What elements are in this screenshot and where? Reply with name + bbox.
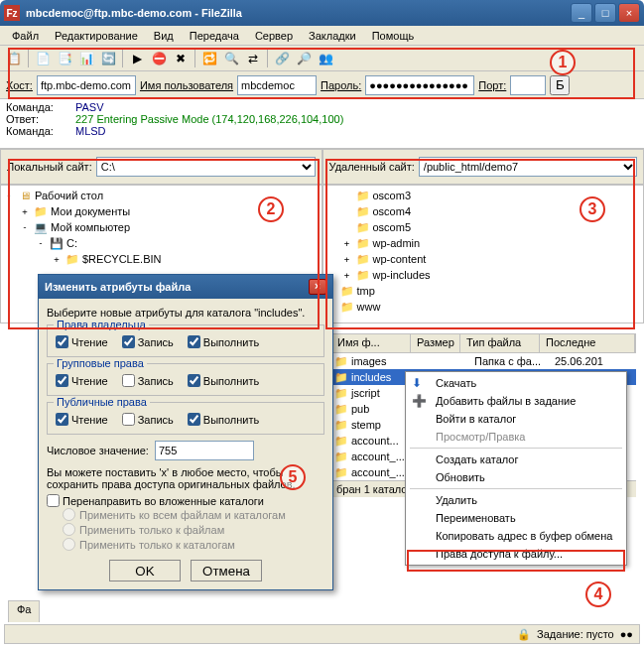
group-write-checkbox[interactable]: Запись	[122, 374, 174, 387]
tree-item[interactable]: +📁Мои документы	[3, 203, 320, 219]
tree-item[interactable]: -💾C:	[3, 235, 320, 251]
folder-icon: 📁	[334, 402, 348, 416]
menu-server[interactable]: Сервер	[247, 28, 301, 44]
tree-item[interactable]: 📁oscom4	[325, 203, 642, 219]
tree-item[interactable]: -💻Мой компьютер	[3, 219, 320, 235]
dialog-intro: Выберите новые атрибуты для каталога "in…	[47, 307, 324, 319]
titlebar: Fz mbcdemoc@ftp.mbc-demo.com - FileZilla…	[0, 0, 644, 26]
recurse-checkbox[interactable]: Перенаправить во вложенные каталоги	[47, 494, 324, 507]
tb-find-icon[interactable]: 🔎	[294, 49, 314, 68]
quickconnect-button[interactable]: Б	[550, 75, 570, 95]
remote-site-box: Удаленный сайт: /public_html/demo7	[322, 149, 645, 185]
tb-sync-icon[interactable]: 🔗	[272, 49, 292, 68]
folder-icon: 📁	[334, 418, 348, 432]
file-row[interactable]: 📁imagesПапка с фа...25.06.201	[330, 353, 636, 369]
host-input[interactable]	[37, 75, 136, 95]
remote-tree[interactable]: 📁oscom3 📁oscom4 📁oscom5+📁wp-admin+📁wp-co…	[322, 185, 645, 323]
folder-icon: 📁	[34, 204, 48, 218]
dialog-close-button[interactable]: ×	[309, 279, 326, 295]
ctx-mkdir[interactable]: Создать каталог	[408, 451, 624, 468]
ctx-perms[interactable]: Права доступа к файлу...	[408, 545, 624, 563]
group-read-checkbox[interactable]: Чтение	[56, 374, 108, 387]
public-exec-checkbox[interactable]: Выполнить	[188, 413, 259, 426]
close-button[interactable]: ×	[618, 3, 640, 23]
public-perms-group: Публичные права Чтение Запись Выполнить	[47, 402, 324, 435]
owner-perms-group: Права владельца Чтение Запись Выполнить	[47, 324, 324, 357]
pass-label: Пароль:	[321, 79, 361, 91]
tb-cancel-icon[interactable]: ⛔	[149, 49, 169, 68]
ok-button[interactable]: OK	[109, 560, 181, 581]
owner-write-checkbox[interactable]: Запись	[122, 335, 174, 348]
tree-item[interactable]: +📁wp-admin	[325, 235, 642, 251]
tb-compare-icon[interactable]: ⇄	[243, 49, 263, 68]
tb-queue-icon[interactable]: 📊	[76, 49, 96, 68]
tb-disconnect-icon[interactable]: ✖	[171, 49, 191, 68]
remote-site-select[interactable]: /public_html/demo7	[419, 157, 637, 177]
apply-all-radio: Применить ко всем файлам и каталогам	[47, 507, 324, 522]
folder-icon: 🖥	[18, 189, 32, 202]
tb-filter-icon[interactable]: 🔍	[221, 49, 241, 68]
owner-read-checkbox[interactable]: Чтение	[56, 335, 108, 348]
group-perms-group: Групповые права Чтение Запись Выполнить	[47, 363, 324, 396]
port-input[interactable]	[510, 75, 546, 95]
folder-icon: 📁	[356, 236, 370, 250]
group-exec-checkbox[interactable]: Выполнить	[188, 374, 259, 387]
tb-log-icon[interactable]: 📄	[33, 49, 53, 68]
tree-item[interactable]: 📁oscom3	[325, 188, 642, 203]
public-write-checkbox[interactable]: Запись	[122, 413, 174, 426]
folder-icon: 📁	[340, 300, 354, 314]
menu-help[interactable]: Помощь	[364, 28, 423, 44]
menu-edit[interactable]: Редактирование	[47, 28, 146, 44]
folder-icon: 📁	[334, 354, 348, 368]
tb-binoculars-icon[interactable]: 👥	[316, 49, 335, 68]
tab-fa[interactable]: Фа	[8, 600, 40, 622]
ctx-queue[interactable]: ➕Добавить файлы в задание	[408, 392, 624, 410]
owner-exec-checkbox[interactable]: Выполнить	[188, 335, 259, 348]
log-label: Команда:	[6, 101, 75, 113]
folder-icon: 📁	[356, 189, 370, 202]
remote-columns: Имя ф... Размер Тип файла Последне	[330, 333, 636, 353]
queue-status: Задание: пусто	[537, 628, 614, 640]
ctx-download[interactable]: ⬇Скачать	[408, 374, 624, 392]
tree-item[interactable]: +📁$RECYCLE.BIN	[3, 251, 320, 267]
tb-process-icon[interactable]: ▶	[127, 49, 147, 68]
apply-dirs-radio: Применить только к каталогам	[47, 537, 324, 552]
tb-refresh-icon[interactable]: 🔄	[98, 49, 118, 68]
tree-item[interactable]: -🖥Рабочий стол	[3, 188, 320, 203]
menu-bookmarks[interactable]: Закладки	[301, 28, 364, 44]
numeric-input[interactable]	[155, 441, 254, 460]
maximize-button[interactable]: □	[594, 3, 616, 23]
toolbar: 📋 📄 📑 📊 🔄 ▶ ⛔ ✖ 🔁 🔍 ⇄ 🔗 🔎 👥	[0, 46, 644, 71]
ctx-delete[interactable]: Удалить	[408, 491, 624, 509]
dialog-note: Вы можете поставить 'x' в любое место, ч…	[47, 466, 324, 490]
tree-item[interactable]: 📁www	[325, 299, 642, 315]
tb-sitemanager-icon[interactable]: 📋	[4, 49, 24, 68]
minimize-button[interactable]: _	[571, 3, 592, 23]
menu-view[interactable]: Вид	[146, 28, 182, 44]
tree-item[interactable]: 📁oscom5	[325, 219, 642, 235]
ctx-rename[interactable]: Переименовать	[408, 509, 624, 527]
ctx-copy[interactable]: Копировать адрес в буфер обмена	[408, 527, 624, 545]
cancel-button[interactable]: Отмена	[191, 560, 262, 581]
folder-icon: 📁	[65, 252, 79, 266]
tb-tree-icon[interactable]: 📑	[55, 49, 74, 68]
tree-item[interactable]: +📁wp-includes	[325, 267, 642, 283]
tree-item[interactable]: 📁tmp	[325, 283, 642, 299]
public-read-checkbox[interactable]: Чтение	[56, 413, 108, 426]
ctx-refresh[interactable]: Обновить	[408, 468, 624, 486]
folder-icon: 📁	[334, 370, 348, 384]
local-site-box: Локальный сайт: C:\	[0, 149, 322, 185]
dialog-title: Изменить атрибуты файла ×	[39, 275, 332, 299]
ctx-enter[interactable]: Войти в каталог	[408, 410, 624, 428]
user-input[interactable]	[237, 75, 317, 95]
remote-site-label: Удаленный сайт:	[329, 161, 415, 173]
tree-item[interactable]: +📁wp-content	[325, 251, 642, 267]
folder-icon: 📁	[334, 450, 348, 463]
context-menu: ⬇Скачать ➕Добавить файлы в задание Войти…	[405, 371, 627, 566]
menu-transfer[interactable]: Передача	[182, 28, 247, 44]
window-title: mbcdemoc@ftp.mbc-demo.com - FileZilla	[26, 7, 571, 19]
pass-input[interactable]	[365, 75, 474, 95]
menu-file[interactable]: Файл	[4, 28, 47, 44]
tb-reconnect-icon[interactable]: 🔁	[199, 49, 219, 68]
local-site-select[interactable]: C:\	[96, 157, 316, 177]
